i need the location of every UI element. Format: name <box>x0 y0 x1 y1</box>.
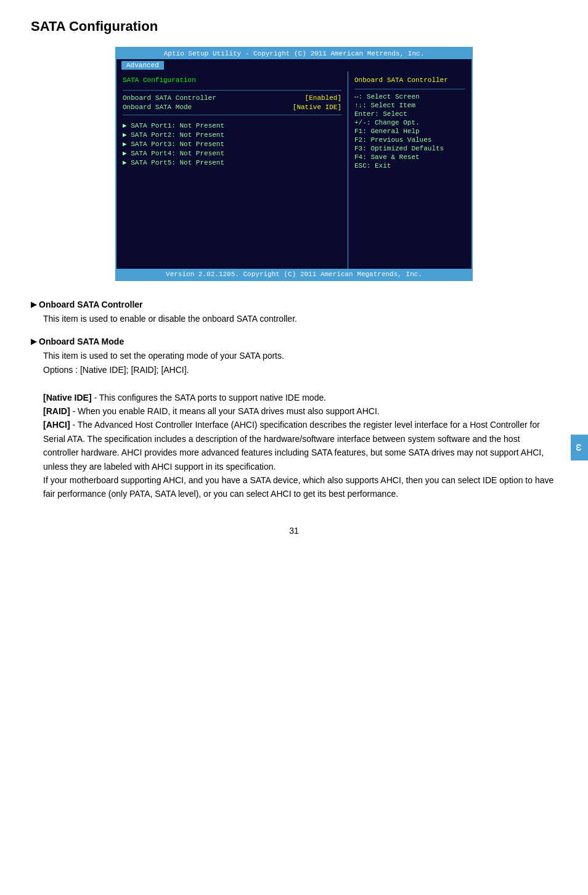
bios-right-title: Onboard SATA Controller <box>354 76 465 84</box>
bios-help-item: F4: Save & Reset <box>354 153 465 161</box>
bios-tab-advanced: Advanced <box>121 61 164 70</box>
section-para-1-6: If your motherboard supporting AHCI, and… <box>43 473 557 501</box>
section-para-1-0: This item is used to set the operating m… <box>43 349 557 362</box>
section-body-0: This item is used to enable or disable t… <box>43 312 557 325</box>
bios-right-panel: Onboard SATA Controller ↔: Select Screen… <box>348 72 472 269</box>
bios-port-item: ▶ SATA Port3: Not Present <box>123 140 341 148</box>
chapter-tab: ω <box>571 435 588 460</box>
bios-ports: ▶ SATA Port1: Not Present▶ SATA Port2: N… <box>123 121 341 166</box>
bios-body: SATA Configuration Onboard SATA Controll… <box>116 72 472 269</box>
bios-port-item: ▶ SATA Port2: Not Present <box>123 131 341 139</box>
bios-port-item: ▶ SATA Port1: Not Present <box>123 121 341 129</box>
bios-onboard-mode: Onboard SATA Mode [Native IDE] <box>123 104 341 111</box>
section-para-1-1: Options : [Native IDE]; [RAID]; [AHCI]. <box>43 363 557 377</box>
bios-left-panel: SATA Configuration Onboard SATA Controll… <box>116 72 348 269</box>
bios-help-item: +/-: Change Opt. <box>354 119 465 126</box>
section-para-1-3: [Native IDE] - This configures the SATA … <box>43 391 557 404</box>
bios-help-item: F1: General Help <box>354 128 465 135</box>
page-number: 31 <box>31 526 557 536</box>
section-para-1-5: [AHCI] - The Advanced Host Controller In… <box>43 418 557 473</box>
bios-controller-label: Onboard SATA Controller <box>123 94 216 102</box>
bios-help-list: ↔: Select Screen↑↓: Select ItemEnter: Se… <box>354 93 465 170</box>
bios-mode-label: Onboard SATA Mode <box>123 104 192 111</box>
bios-help-item: Enter: Select <box>354 110 465 118</box>
bios-onboard-controller: Onboard SATA Controller [Enabled] <box>123 94 341 102</box>
section-body-1: This item is used to set the operating m… <box>43 349 557 501</box>
bios-help-item: F2: Previous Values <box>354 136 465 144</box>
bios-help-item: ↔: Select Screen <box>354 93 465 100</box>
bios-mode-value: [Native IDE] <box>293 104 341 111</box>
bios-header: Aptio Setup Utility - Copyright (C) 2011… <box>116 48 472 59</box>
bios-tab-bar: Advanced <box>116 59 472 72</box>
bios-port-item: ▶ SATA Port4: Not Present <box>123 149 341 157</box>
bios-controller-value: [Enabled] <box>305 94 341 102</box>
documentation: Onboard SATA ControllerThis item is used… <box>31 300 557 501</box>
bios-help-item: F3: Optimized Defaults <box>354 145 465 152</box>
bios-footer: Version 2.02.1205. Copyright (C) 2011 Am… <box>116 269 472 280</box>
page-title: SATA Configuration <box>31 18 557 35</box>
section-heading-1: Onboard SATA Mode <box>31 337 557 346</box>
bios-help-item: ↑↓: Select Item <box>354 102 465 109</box>
bios-screenshot: Aptio Setup Utility - Copyright (C) 2011… <box>115 47 473 281</box>
section-heading-0: Onboard SATA Controller <box>31 300 557 309</box>
bios-help-item: ESC: Exit <box>354 162 465 170</box>
bios-port-item: ▶ SATA Port5: Not Present <box>123 158 341 166</box>
section-para-1-4: [RAID] - When you enable RAID, it means … <box>43 404 557 418</box>
bios-section-title: SATA Configuration <box>123 76 341 84</box>
